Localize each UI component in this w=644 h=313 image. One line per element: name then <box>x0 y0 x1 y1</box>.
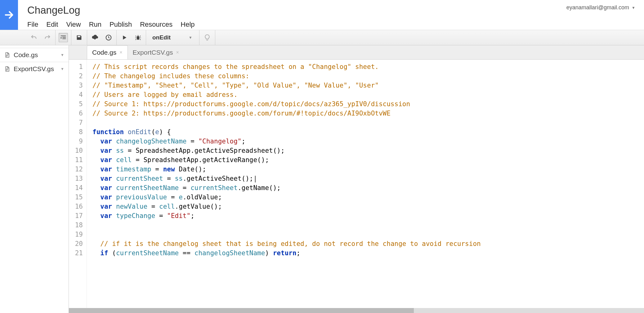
horizontal-scrollbar[interactable] <box>69 308 644 313</box>
deploy-button[interactable] <box>90 33 100 42</box>
editor-tabs: Code.gs × ExportCSV.gs × <box>69 45 644 59</box>
menu-publish[interactable]: Publish <box>110 20 132 29</box>
menu-view[interactable]: View <box>66 20 81 29</box>
close-icon[interactable]: × <box>176 50 179 55</box>
redo-button[interactable] <box>43 33 52 42</box>
caret-down-icon: ▼ <box>632 6 635 10</box>
account-menu[interactable]: eyanamallari@gmail.com ▼ <box>566 4 635 11</box>
function-select[interactable]: onEdit ▼ <box>146 30 199 45</box>
project-title[interactable]: ChangeLog <box>27 4 644 16</box>
triggers-button[interactable] <box>104 33 113 42</box>
menu-run[interactable]: Run <box>89 20 101 29</box>
caret-down-icon: ▼ <box>189 35 192 40</box>
file-icon <box>4 52 10 58</box>
scrollbar-thumb[interactable] <box>69 308 414 313</box>
function-select-label: onEdit <box>152 34 171 41</box>
svg-point-4 <box>136 36 139 40</box>
debug-button[interactable] <box>133 33 143 42</box>
account-email: eyanamallari@gmail.com <box>566 4 629 11</box>
tab-code[interactable]: Code.gs × <box>87 45 128 59</box>
sidebar-file-label: ExportCSV.gs <box>14 65 54 73</box>
svg-rect-1 <box>62 37 66 38</box>
tab-label: Code.gs <box>92 49 116 56</box>
line-gutter: 123456789101112131415161718192021 <box>69 60 87 308</box>
lightbulb-button[interactable] <box>203 33 212 42</box>
tab-exportcsv[interactable]: ExportCSV.gs × <box>128 45 184 59</box>
undo-button[interactable] <box>29 33 38 42</box>
svg-rect-2 <box>62 39 66 39</box>
code-editor[interactable]: 123456789101112131415161718192021 // Thi… <box>69 59 644 308</box>
app-logo[interactable] <box>0 0 18 30</box>
indent-button[interactable] <box>59 33 68 42</box>
sidebar-file-exportcsv[interactable]: ExportCSV.gs ▼ <box>0 62 69 76</box>
menu-bar: File Edit View Run Publish Resources Hel… <box>27 20 644 29</box>
svg-rect-8 <box>6 69 8 69</box>
svg-rect-6 <box>6 56 8 56</box>
run-button[interactable] <box>120 33 129 42</box>
menu-file[interactable]: File <box>27 20 38 29</box>
caret-down-icon[interactable]: ▼ <box>60 67 64 71</box>
file-sidebar: Code.gs ▼ ExportCSV.gs ▼ <box>0 45 69 313</box>
menu-resources[interactable]: Resources <box>140 20 172 29</box>
file-icon <box>4 66 10 72</box>
svg-rect-0 <box>61 36 66 36</box>
code-content[interactable]: // This script records changes to the sp… <box>87 60 644 308</box>
close-icon[interactable]: × <box>119 50 122 55</box>
tab-label: ExportCSV.gs <box>133 49 173 56</box>
menu-edit[interactable]: Edit <box>46 20 58 29</box>
sidebar-file-code[interactable]: Code.gs ▼ <box>0 48 69 62</box>
caret-down-icon[interactable]: ▼ <box>60 53 64 57</box>
sidebar-file-label: Code.gs <box>14 51 38 59</box>
menu-help[interactable]: Help <box>181 20 195 29</box>
svg-rect-9 <box>6 70 8 70</box>
svg-rect-7 <box>6 56 7 57</box>
svg-rect-5 <box>6 55 8 55</box>
save-button[interactable] <box>74 33 84 42</box>
svg-rect-10 <box>6 70 7 70</box>
toolbar: onEdit ▼ <box>0 30 644 45</box>
